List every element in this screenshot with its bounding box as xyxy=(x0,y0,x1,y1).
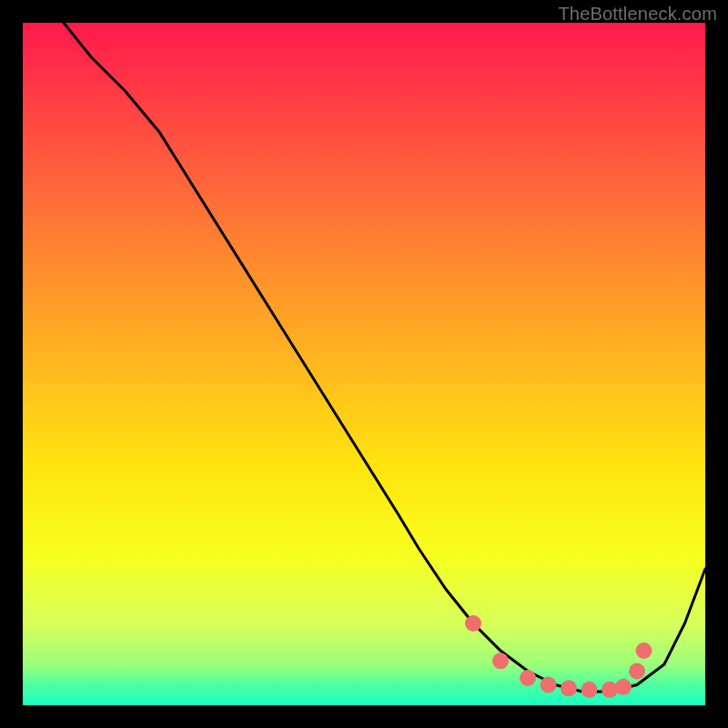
highlight-dot xyxy=(561,680,577,696)
bottleneck-curve-path xyxy=(64,23,705,692)
highlight-dot xyxy=(629,663,645,680)
chart-frame: TheBottleneck.com xyxy=(0,0,728,728)
highlight-dot xyxy=(602,682,618,698)
plot-area xyxy=(23,23,705,705)
highlight-dot xyxy=(520,670,536,686)
highlight-dot xyxy=(541,677,557,693)
watermark-label: TheBottleneck.com xyxy=(558,4,717,25)
bottleneck-curve-svg xyxy=(23,23,705,705)
highlight-dot xyxy=(615,679,632,695)
highlight-dot xyxy=(581,682,598,698)
highlight-dot xyxy=(465,615,481,632)
highlight-dot xyxy=(636,642,652,659)
highlight-dot xyxy=(492,652,509,669)
